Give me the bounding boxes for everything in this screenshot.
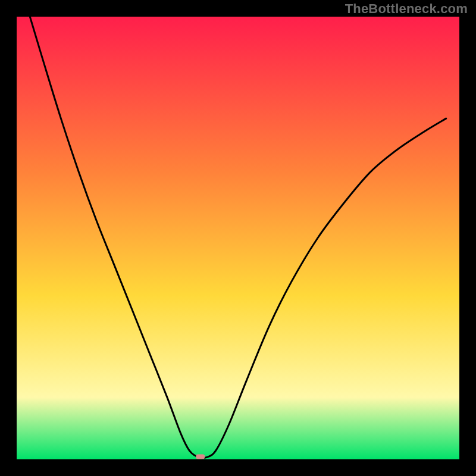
chart-gradient-area <box>17 17 459 459</box>
bottleneck-chart <box>0 0 476 476</box>
watermark-text: TheBottleneck.com <box>345 1 468 17</box>
minimum-marker <box>196 454 205 459</box>
